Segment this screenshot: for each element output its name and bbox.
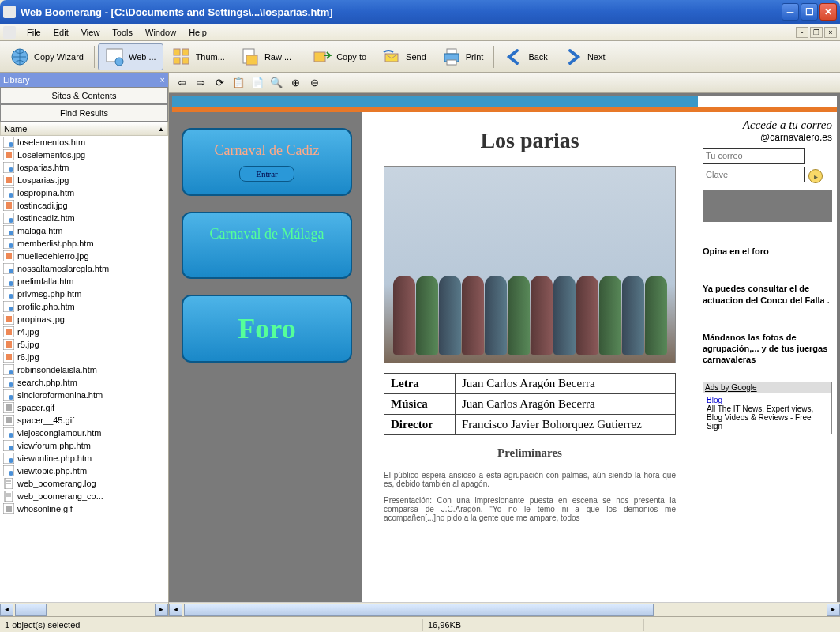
menu-help[interactable]: Help (182, 26, 213, 39)
menubar: File Edit View Tools Window Help - ❐ × (0, 24, 840, 41)
tool-back[interactable]: Back (497, 43, 554, 70)
paste-icon[interactable]: 📄 (249, 75, 265, 91)
close-button[interactable]: ✕ (819, 3, 837, 21)
tool-copy-to[interactable]: Copy to (306, 43, 373, 70)
file-item[interactable]: Loselementos.jpg (0, 149, 168, 161)
side-news-2: Mándanos las fotos de agrupación,... y d… (703, 332, 832, 366)
file-item[interactable]: viejosconglamour.htm (0, 427, 168, 439)
minimize-button[interactable]: ─ (782, 3, 799, 21)
nav-cadiz[interactable]: Carnaval de Cadiz Entrar (182, 128, 352, 196)
file-item[interactable]: Losparias.jpg (0, 174, 168, 186)
app-icon (3, 6, 16, 18)
nav-foro[interactable]: Foro (182, 295, 352, 363)
file-item[interactable]: prelimfalla.htm (0, 275, 168, 288)
ads-title: Ads by Google (703, 382, 831, 393)
tool-web[interactable]: Web ... (98, 43, 163, 70)
tool-raw[interactable]: Raw ... (234, 43, 298, 70)
file-item[interactable]: loselementos.htm (0, 136, 168, 149)
viewer[interactable]: Carnaval de Cadiz Entrar Carnaval de Mál… (169, 93, 840, 602)
file-item[interactable]: losparias.htm (0, 161, 168, 174)
file-item[interactable]: privmsg.php.htm (0, 288, 168, 300)
ads-link[interactable]: Blog (707, 396, 722, 404)
file-item[interactable]: whosonline.gif (0, 502, 168, 515)
sidebar-hscroll[interactable]: ◄ ► (0, 602, 168, 616)
sidebar-close-icon[interactable]: × (160, 75, 165, 85)
viewer-hscroll[interactable]: ◄ ► (169, 602, 840, 616)
file-item[interactable]: propinas.jpg (0, 313, 168, 325)
file-icon (3, 250, 14, 261)
column-header-name[interactable]: Name ▲ (0, 122, 168, 136)
file-item[interactable]: viewonline.php.htm (0, 452, 168, 465)
entrar-button[interactable]: Entrar (239, 166, 294, 182)
file-item[interactable]: viewtopic.php.htm (0, 465, 168, 477)
menu-file[interactable]: File (21, 26, 47, 39)
svg-point-35 (9, 269, 13, 273)
file-item[interactable]: robinsondelaisla.htm (0, 363, 168, 376)
file-icon (3, 364, 14, 375)
scroll-thumb[interactable] (15, 604, 47, 616)
sidebar-tab-find[interactable]: Find Results (0, 104, 168, 122)
login-button[interactable]: ▸ (808, 169, 823, 183)
mdi-close[interactable]: × (824, 27, 837, 38)
file-item[interactable]: spacer__45.gif (0, 414, 168, 427)
svg-rect-5 (174, 58, 180, 64)
file-item[interactable]: r5.jpg (0, 338, 168, 351)
svg-rect-17 (6, 152, 12, 158)
file-icon (3, 187, 14, 198)
tool-print[interactable]: Print (435, 43, 491, 70)
file-icon (3, 389, 14, 401)
file-name: web_boomerang_co... (17, 491, 103, 501)
menu-view[interactable]: View (75, 26, 107, 39)
tool-next[interactable]: Next (557, 43, 613, 70)
file-list[interactable]: loselementos.htmLoselementos.jpglosparia… (0, 136, 168, 602)
zoom-in-icon[interactable]: ⊕ (287, 75, 303, 91)
file-item[interactable]: profile.php.htm (0, 300, 168, 313)
maximize-button[interactable]: ☐ (801, 3, 818, 21)
nav-back-icon[interactable]: ⇦ (174, 75, 189, 91)
nav-forward-icon[interactable]: ⇨ (193, 75, 208, 91)
file-item[interactable]: web_boomerang_co... (0, 490, 168, 502)
file-name: propinas.jpg (17, 314, 65, 324)
tool-send[interactable]: Send (375, 43, 433, 70)
file-item[interactable]: web_boomerang.log (0, 477, 168, 490)
zoom-out-icon[interactable]: ⊖ (306, 75, 322, 91)
tool-thumb[interactable]: Thum... (165, 43, 232, 70)
scroll-thumb[interactable] (184, 604, 654, 616)
menu-tools[interactable]: Tools (106, 26, 139, 39)
scroll-right-icon[interactable]: ► (827, 604, 840, 616)
nav-malaga[interactable]: Carnaval de Málaga . (182, 212, 352, 280)
file-item[interactable]: r4.jpg (0, 325, 168, 338)
file-item[interactable]: lostincadi.jpg (0, 199, 168, 212)
file-item[interactable]: sincloroformonina.htm (0, 389, 168, 401)
file-item[interactable]: lospropina.htm (0, 186, 168, 199)
sidebar-tab-sites[interactable]: Sites & Contents (0, 87, 168, 104)
file-item[interactable]: r6.jpg (0, 351, 168, 363)
file-item[interactable]: search.php.htm (0, 376, 168, 389)
copy-icon[interactable]: 📋 (231, 75, 246, 91)
foro-link[interactable]: Opina en el foro (703, 246, 832, 257)
file-item[interactable]: lostincadiz.htm (0, 212, 168, 224)
scroll-left-icon[interactable]: ◄ (0, 604, 13, 616)
zoom-fit-icon[interactable]: 🔍 (268, 75, 284, 91)
file-item[interactable]: spacer.gif (0, 401, 168, 414)
file-icon (3, 162, 14, 173)
file-item[interactable]: nossaltamoslaregla.htm (0, 262, 168, 275)
menu-edit[interactable]: Edit (47, 26, 75, 39)
refresh-icon[interactable]: ⟳ (212, 75, 227, 91)
email-input[interactable] (703, 148, 805, 164)
svg-rect-57 (6, 404, 12, 411)
file-item[interactable]: viewforum.php.htm (0, 439, 168, 452)
password-input[interactable] (703, 167, 805, 182)
scroll-left-icon[interactable]: ◄ (169, 604, 182, 616)
toolbar: Copy Wizard Web ... Thum... Raw ... Copy… (0, 41, 840, 73)
webpage-sidebar: Accede a tu correo @carnavalero.es ▸ Opi… (698, 112, 837, 602)
print-icon (442, 47, 461, 66)
tool-copy-wizard[interactable]: Copy Wizard (3, 43, 91, 70)
file-item[interactable]: memberlist.php.htm (0, 237, 168, 250)
mdi-minimize[interactable]: - (796, 27, 808, 38)
file-item[interactable]: malaga.htm (0, 224, 168, 237)
scroll-right-icon[interactable]: ► (155, 604, 168, 616)
menu-window[interactable]: Window (139, 26, 182, 39)
mdi-restore[interactable]: ❐ (810, 27, 823, 38)
file-item[interactable]: muelledehierro.jpg (0, 250, 168, 262)
